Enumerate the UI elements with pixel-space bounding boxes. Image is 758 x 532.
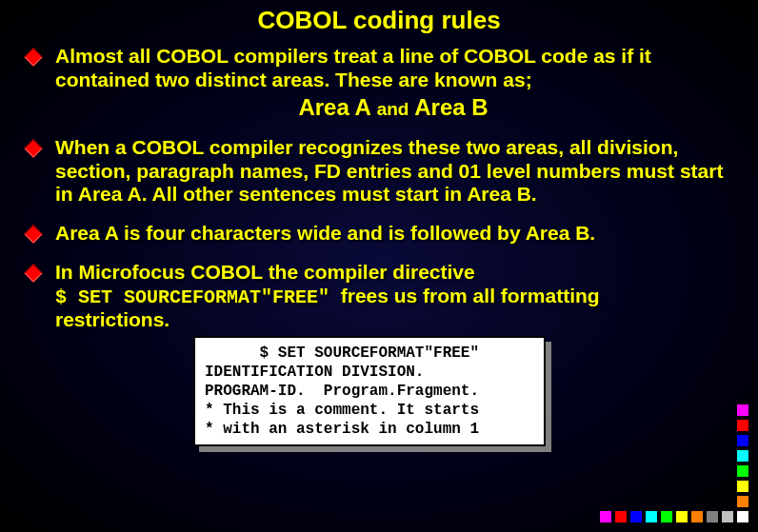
square-icon (722, 511, 733, 522)
square-icon (600, 511, 611, 522)
code-l1: $ SET SOURCEFORMAT"FREE" (205, 345, 479, 362)
square-icon (737, 435, 748, 446)
bullet-icon (24, 139, 43, 158)
bullet-4: In Microfocus COBOL the compiler directi… (27, 261, 731, 332)
code-l3: PROGRAM-ID. Program.Fragment. (205, 383, 479, 400)
code-l4: * This is a comment. It starts (205, 402, 479, 419)
bullet-text: When a COBOL compiler recognizes these t… (55, 136, 731, 207)
bullet-4-line2b: restrictions. (55, 308, 170, 330)
code-l5: * with an asterisk in column 1 (205, 421, 479, 438)
slide-title: COBOL coding rules (0, 0, 758, 35)
square-icon (630, 511, 642, 522)
decorative-squares-vertical (737, 404, 748, 507)
bullet-text: Area A is four characters wide and is fo… (55, 222, 731, 246)
bullet-4-line1: In Microfocus COBOL the compiler directi… (55, 261, 475, 283)
bullet-1: Almost all COBOL compilers treat a line … (27, 45, 731, 121)
code-l2: IDENTIFICATION DIVISION. (205, 364, 424, 381)
slide-content: Almost all COBOL compilers treat a line … (0, 35, 758, 446)
bullet-text: In Microfocus COBOL the compiler directi… (55, 261, 731, 332)
area-b-label: Area B (414, 94, 488, 120)
square-icon (707, 511, 718, 522)
square-icon (737, 404, 748, 416)
area-line: Area A and Area B (55, 94, 731, 121)
bullet-4-line2a-txt: frees us from all formatting (341, 285, 600, 306)
square-icon (737, 481, 748, 492)
square-icon (737, 450, 748, 462)
square-icon (737, 496, 748, 507)
square-icon (691, 511, 703, 522)
bullet-3: Area A is four characters wide and is fo… (27, 222, 731, 246)
square-icon (737, 511, 748, 522)
decorative-squares-horizontal (600, 511, 748, 522)
and-label: and (377, 99, 409, 119)
bullet-icon (24, 48, 43, 67)
square-icon (615, 511, 627, 522)
square-icon (646, 511, 657, 522)
bullet-icon (24, 264, 43, 283)
code-box: $ SET SOURCEFORMAT"FREE" IDENTIFICATION … (193, 336, 546, 446)
directive-code: $ SET SOURCEFORMAT"FREE" (55, 286, 329, 308)
square-icon (737, 465, 748, 477)
bullet-text: Almost all COBOL compilers treat a line … (55, 45, 731, 121)
bullet-2: When a COBOL compiler recognizes these t… (27, 136, 731, 207)
bullet-icon (24, 225, 43, 244)
area-a-label: Area A (298, 94, 370, 120)
square-icon (676, 511, 688, 522)
square-icon (737, 420, 748, 431)
square-icon (661, 511, 672, 522)
code-example-box: $ SET SOURCEFORMAT"FREE" IDENTIFICATION … (193, 336, 546, 446)
bullet-1-text: Almost all COBOL compilers treat a line … (55, 45, 651, 90)
